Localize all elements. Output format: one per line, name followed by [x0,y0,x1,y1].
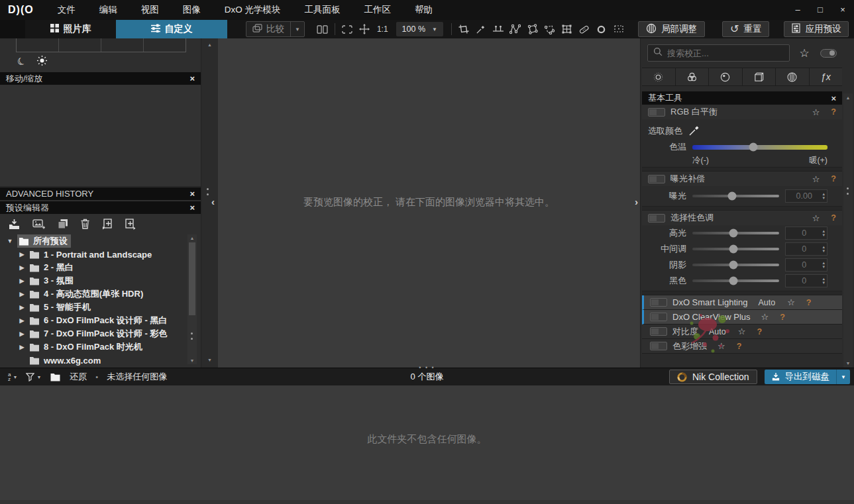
tree-scrollbar[interactable]: ▲ ▼ [187,234,197,364]
pan-move-icon[interactable] [356,21,373,37]
close-icon[interactable]: × [189,203,195,213]
apply-preset-button[interactable]: 应用预设 [784,21,849,37]
tree-item-preset-folder[interactable]: ▶ 7 - DxO FilmPack 设计师 - 彩色 [0,327,187,340]
color-enhance-row[interactable]: 色彩增强 ☆ ? [642,339,842,354]
search-corrections-box[interactable] [647,44,790,62]
scroll-up-icon[interactable]: ▲ [843,95,853,100]
category-detail-tab[interactable] [709,68,743,85]
white-balance-checkbox[interactable] [648,108,665,117]
basic-tools-palette-header[interactable]: 基本工具 × [642,91,842,105]
clearview-checkbox[interactable] [650,313,667,321]
tab-photo-library[interactable]: 照片库 [25,20,116,38]
favorite-star-icon[interactable]: ☆ [738,327,746,336]
compare-dropdown[interactable]: ▼ [290,22,304,36]
help-icon[interactable]: ? [806,298,812,307]
eyedropper-icon[interactable] [472,21,490,37]
smart-lighting-mode[interactable]: Auto [758,298,775,307]
midtones-slider[interactable] [692,248,779,250]
exposure-tool-header[interactable]: 曝光补偿 ☆ ? [642,172,842,186]
tree-item-preset-folder[interactable]: ▶ 5 - 智能手机 [0,301,187,314]
selective-tone-checkbox[interactable] [648,214,665,223]
tree-item-preset-folder[interactable]: ▶ 8 - DxO FilmPack 时光机 [0,340,187,354]
shadows-slider[interactable] [692,264,779,266]
chevron-expanded-icon[interactable]: ▼ [7,238,13,244]
tree-item-preset-folder[interactable]: ▶ 4 - 高动态范围(单张 HDR) [0,287,187,301]
tree-item-all-presets[interactable]: ▼ 所有预设 [0,234,187,248]
help-icon[interactable]: ? [831,174,836,183]
selective-tone-tool-header[interactable]: 选择性色调 ☆ ? [642,211,842,225]
help-icon[interactable]: ? [757,327,762,336]
zoom-level-select[interactable]: 100 % ▼ [396,22,443,36]
collapse-left-panel-icon[interactable]: ‹ [211,196,215,207]
search-input[interactable] [667,48,784,58]
category-light-tab[interactable] [642,68,676,85]
preset-editor-palette-header[interactable]: 预设编辑器 × [0,201,201,214]
close-icon[interactable]: × [189,74,195,83]
slider-thumb[interactable] [749,143,757,152]
help-icon[interactable]: ? [831,213,836,223]
highlights-value-spinbox[interactable]: 0 ▴▾ [785,227,827,240]
active-corrections-toggle[interactable] [820,49,837,58]
collapse-right-panel-icon[interactable]: › [635,196,638,207]
menu-optics-module[interactable]: DxO 光学模块 [213,0,293,20]
favorite-star-icon[interactable]: ☆ [787,297,795,307]
compare-button[interactable]: 比较 [246,22,290,36]
contrast-mode[interactable]: Auto [709,327,726,336]
slider-thumb[interactable] [729,261,737,270]
export-preset-icon[interactable] [125,219,136,230]
menu-help[interactable]: 帮助 [403,0,445,20]
chevron-collapsed-icon[interactable]: ▶ [19,291,25,297]
clearview-plus-row[interactable]: DxO ClearView Plus ☆ ? [642,310,842,325]
horizon-level-icon[interactable] [490,21,507,37]
left-panel-splitter[interactable]: ▲ ‹ ▼ [201,38,218,368]
chevron-collapsed-icon[interactable]: ▶ [19,317,25,324]
right-panel-scrollbar[interactable]: ▲ ▼ [843,93,853,368]
selection-tool-icon[interactable] [610,21,627,37]
help-icon[interactable]: ? [831,107,836,117]
crop-icon[interactable] [455,21,472,37]
tree-item-preset-folder[interactable]: ▶ 6 - DxO FilmPack 设计师 - 黑白 [0,314,187,327]
chevron-collapsed-icon[interactable]: ▶ [19,264,25,271]
chevron-collapsed-icon[interactable]: ▶ [19,251,25,258]
help-icon[interactable]: ? [780,313,785,322]
help-icon[interactable]: ? [737,342,742,351]
favorite-star-icon[interactable]: ☆ [812,213,820,223]
new-preset-from-image-icon[interactable] [32,219,45,229]
exposure-checkbox[interactable] [648,175,665,183]
red-eye-icon[interactable] [593,21,610,37]
rename-preset-icon[interactable] [102,219,113,230]
favorite-star-icon[interactable]: ☆ [761,312,769,322]
color-enhance-checkbox[interactable] [650,342,667,350]
tab-customize[interactable]: 自定义 [116,20,227,38]
fit-screen-icon[interactable] [339,21,356,37]
control-points-icon[interactable] [507,21,524,37]
tree-item-preset-folder[interactable]: ▶ 1 - Portrait and Landscape [0,248,187,261]
menu-edit[interactable]: 编辑 [87,0,129,20]
close-icon[interactable]: × [831,93,836,103]
perspective-grid-icon[interactable] [559,21,576,37]
chevron-collapsed-icon[interactable]: ▶ [19,344,25,350]
shadow-clipping-moon-icon[interactable]: ☾ [15,54,28,69]
reset-button[interactable]: ↺ 重置 [722,21,769,37]
temperature-slider[interactable] [692,145,827,150]
close-button[interactable]: × [831,0,854,20]
slider-thumb[interactable] [728,192,737,201]
maximize-button[interactable]: □ [809,0,831,20]
panel-resize-grip[interactable] [191,332,193,340]
close-icon[interactable]: × [189,189,195,199]
panel-resize-grip[interactable] [847,187,849,195]
contrast-checkbox[interactable] [650,327,667,336]
favorites-filter-star-icon[interactable]: ☆ [799,46,809,60]
exposure-value-spinbox[interactable]: 0.00 ▴▾ [785,189,827,203]
delete-preset-icon[interactable] [81,219,89,229]
slider-thumb[interactable] [729,229,737,238]
white-balance-tool-header[interactable]: RGB 白平衡 ☆ ? [642,105,842,119]
scrollbar-thumb[interactable] [189,242,195,315]
splitter-handle[interactable]: • • • [0,364,854,371]
favorite-star-icon[interactable]: ☆ [812,107,820,117]
category-effects-tab[interactable]: ƒx [810,68,843,85]
minimize-button[interactable]: – [786,0,809,20]
tree-item-preset-folder[interactable]: ▶ 3 - 氛围 [0,274,187,287]
eyedropper-icon[interactable] [688,125,700,138]
chevron-collapsed-icon[interactable]: ▶ [19,304,25,311]
